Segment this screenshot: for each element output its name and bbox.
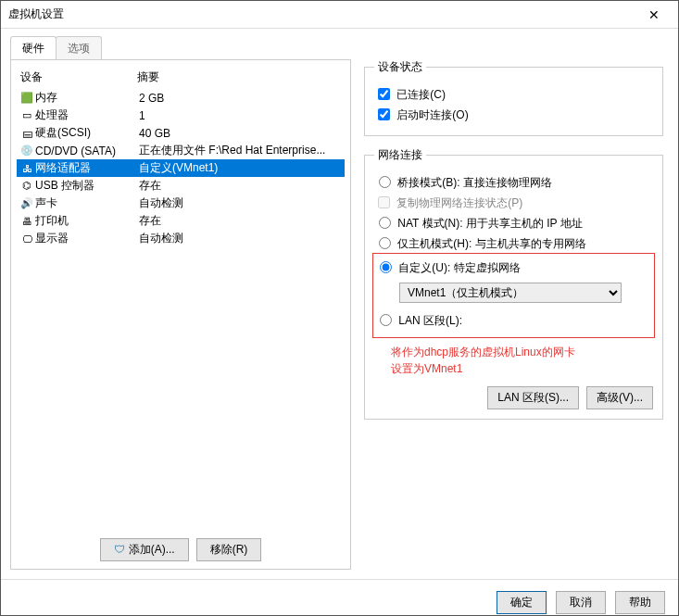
close-icon[interactable]: ✕	[635, 1, 673, 29]
annotation-text: 将作为dhcp服务的虚拟机Linux的网卡 设置为VMnet1	[391, 344, 653, 377]
device-summary: 1	[139, 109, 343, 122]
lanseg-radio[interactable]: LAN 区段(L):	[375, 311, 652, 329]
lanseg-input[interactable]	[380, 314, 392, 326]
cancel-button[interactable]: 取消	[556, 591, 606, 614]
remove-button[interactable]: 移除(R)	[196, 538, 262, 561]
connect-poweron-checkbox[interactable]: 启动时连接(O)	[374, 106, 653, 123]
device-summary: 40 GB	[139, 127, 343, 140]
ok-button[interactable]: 确定	[497, 591, 547, 614]
nat-input[interactable]	[379, 217, 391, 229]
device-name: 内存	[35, 90, 139, 106]
netconn-legend: 网络连接	[374, 147, 426, 163]
replicate-checkbox: 复制物理网络连接状态(P)	[374, 194, 653, 211]
shield-icon: 🛡	[114, 543, 125, 556]
hostonly-input[interactable]	[379, 237, 391, 249]
connected-input[interactable]	[378, 88, 390, 100]
device-state-group: 设备状态 已连接(C) 启动时连接(O)	[364, 59, 663, 136]
window-title: 虚拟机设置	[8, 6, 64, 22]
titlebar: 虚拟机设置 ✕	[1, 1, 678, 29]
device-state-legend: 设备状态	[374, 59, 426, 75]
device-name: CD/DVD (SATA)	[35, 145, 139, 157]
device-list-header: 设备 摘要	[17, 66, 345, 89]
device-icon: 🖶	[19, 216, 35, 227]
device-row[interactable]: 🖴硬盘(SCSI)40 GB	[17, 124, 345, 142]
connect-poweron-input[interactable]	[378, 108, 390, 120]
bridged-radio[interactable]: 桥接模式(B): 直接连接物理网络	[374, 173, 653, 191]
help-button[interactable]: 帮助	[615, 591, 665, 614]
device-row[interactable]: 🖧网络适配器自定义(VMnet1)	[17, 159, 345, 177]
col-header-summary[interactable]: 摘要	[137, 69, 345, 85]
lan-segments-button[interactable]: LAN 区段(S)...	[487, 386, 579, 409]
tab-options[interactable]: 选项	[56, 36, 102, 60]
device-row[interactable]: 🔊声卡自动检测	[17, 195, 345, 212]
device-name: 打印机	[35, 213, 139, 229]
device-panel: 设备 摘要 🟩内存2 GB▭处理器1🖴硬盘(SCSI)40 GB💿CD/DVD …	[10, 59, 351, 570]
device-row[interactable]: 🖶打印机存在	[17, 212, 345, 230]
right-panel: 设备状态 已连接(C) 启动时连接(O) 网络连接 桥接模式(B): 直接连接物…	[351, 59, 669, 570]
device-name: USB 控制器	[35, 178, 139, 194]
device-row[interactable]: ▭处理器1	[17, 107, 345, 124]
device-row[interactable]: 🟩内存2 GB	[17, 89, 345, 107]
device-row[interactable]: 💿CD/DVD (SATA)正在使用文件 F:\Red Hat Enterpri…	[17, 142, 345, 159]
network-connection-group: 网络连接 桥接模式(B): 直接连接物理网络 复制物理网络连接状态(P) NAT…	[364, 147, 663, 420]
content-area: 设备 摘要 🟩内存2 GB▭处理器1🖴硬盘(SCSI)40 GB💿CD/DVD …	[1, 60, 678, 579]
device-icon: 🔊	[19, 197, 35, 209]
device-name: 声卡	[35, 195, 139, 211]
device-row[interactable]: 🖵显示器自动检测	[17, 230, 345, 247]
device-summary: 自动检测	[139, 195, 343, 211]
replicate-input	[378, 196, 390, 208]
bridged-input[interactable]	[379, 176, 391, 188]
nat-radio[interactable]: NAT 模式(N): 用于共享主机的 IP 地址	[374, 214, 653, 232]
tabstrip: 硬件 选项	[1, 29, 678, 60]
add-button[interactable]: 🛡添加(A)...	[100, 538, 189, 561]
device-summary: 存在	[139, 178, 343, 194]
dialog-buttons: 确定 取消 帮助	[1, 579, 678, 616]
device-icon: 🖵	[19, 233, 35, 245]
device-summary: 存在	[139, 213, 343, 229]
advanced-button[interactable]: 高级(V)...	[586, 386, 653, 409]
device-summary: 2 GB	[139, 92, 343, 105]
hostonly-radio[interactable]: 仅主机模式(H): 与主机共享的专用网络	[374, 234, 653, 252]
custom-radio[interactable]: 自定义(U): 特定虚拟网络	[375, 258, 652, 276]
custom-input[interactable]	[380, 261, 392, 273]
annotation-box: 自定义(U): 特定虚拟网络 VMnet1（仅主机模式） LAN 区段(L):	[372, 253, 655, 338]
tab-hardware[interactable]: 硬件	[10, 36, 57, 60]
device-name: 硬盘(SCSI)	[35, 125, 139, 141]
device-name: 处理器	[35, 107, 139, 123]
device-name: 显示器	[35, 231, 139, 246]
device-summary: 自动检测	[139, 231, 343, 246]
device-icon: 🖴	[19, 128, 35, 139]
device-icon: 🖧	[19, 163, 35, 174]
device-list[interactable]: 🟩内存2 GB▭处理器1🖴硬盘(SCSI)40 GB💿CD/DVD (SATA)…	[17, 89, 345, 533]
custom-network-select[interactable]: VMnet1（仅主机模式）	[399, 283, 622, 303]
device-icon: 💿	[19, 145, 35, 157]
device-icon: 🟩	[19, 92, 35, 104]
device-icon: ▭	[19, 109, 35, 121]
device-summary: 正在使用文件 F:\Red Hat Enterprise...	[139, 143, 343, 158]
device-icon: ⌬	[19, 180, 35, 192]
device-name: 网络适配器	[35, 160, 139, 176]
device-summary: 自定义(VMnet1)	[139, 160, 343, 176]
device-row[interactable]: ⌬USB 控制器存在	[17, 177, 345, 195]
col-header-device[interactable]: 设备	[17, 69, 137, 85]
connected-checkbox[interactable]: 已连接(C)	[374, 85, 653, 103]
